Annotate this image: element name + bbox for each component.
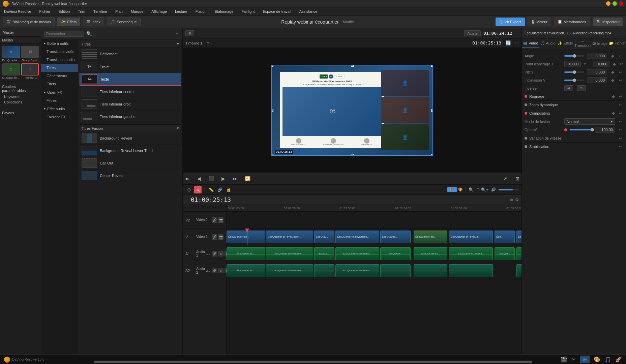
v1-clip-4[interactable]: ÉcoQuartier et l'évaluatio...	[335, 231, 379, 243]
rognage-keyframe-btn[interactable]: ◆	[610, 94, 616, 99]
menu-fairlight[interactable]: Fairlight	[240, 9, 256, 14]
mixer-button[interactable]: 🎛 Mixeur	[528, 18, 551, 26]
blade-tool-button[interactable]: 🔪	[194, 186, 202, 193]
opacity-undo-btn[interactable]: ↩	[618, 127, 623, 132]
effect-center-reveal[interactable]: Center Reveal	[80, 170, 181, 182]
a1-clip-9[interactable]: ÉcoQuar...	[516, 247, 521, 260]
blend-undo-btn[interactable]: ↩	[618, 119, 623, 124]
ws-color-btn[interactable]: 🎨	[594, 356, 600, 363]
zoom-in-button[interactable]: 🔍+	[481, 187, 488, 192]
sonoteque-button[interactable]: 🎵 Sonothèque	[107, 18, 140, 26]
menu-trim[interactable]: Trim	[77, 9, 87, 14]
titres-section-header[interactable]: Titres ▾	[80, 40, 181, 48]
inspector-tab-effects[interactable]: ✨ Effets	[557, 39, 574, 48]
sidebar-item-transitions-audio[interactable]: Transitions audio	[41, 56, 78, 64]
effect-bg-reveal[interactable]: Background Reveal	[80, 132, 181, 145]
more-options-icon[interactable]: ⋯	[515, 31, 519, 35]
timeline-zoom-button[interactable]: ⊕	[510, 198, 513, 202]
v1-clip-9[interactable]: ÉcoQuar...	[516, 231, 521, 243]
inspector-tab-transition[interactable]: ↔ Transition	[574, 37, 592, 50]
v1-clip-1[interactable]: ÉcoQuartier et l...	[227, 231, 265, 243]
minimize-button[interactable]	[606, 1, 610, 6]
maximize-button[interactable]	[613, 1, 617, 6]
sync-icon[interactable]: 🔄	[505, 40, 511, 46]
inclination-undo-btn[interactable]: ↩	[618, 78, 623, 83]
menu-assistance[interactable]: Assistance	[298, 9, 319, 14]
fullscreen-button[interactable]: ⤢	[501, 175, 509, 183]
track-a1-link-btn[interactable]: 🔗	[212, 251, 217, 256]
menu-fichier[interactable]: Fichier	[38, 9, 52, 14]
effect-tiers-centre[interactable]: Tiers inférieur centre	[80, 86, 181, 98]
menu-affichage[interactable]: Affichage	[150, 9, 168, 14]
angle-reset-btn[interactable]: ◆	[610, 53, 615, 59]
track-a2-s-btn[interactable]: S	[218, 268, 223, 273]
a2-clip-2[interactable]: ÉcoQuartier et l'évaluation ...	[266, 264, 313, 277]
sidebar-item-titres[interactable]: Titres	[41, 64, 78, 72]
compositing-keyframe-btn[interactable]: ◆	[610, 111, 616, 116]
a1-clip-4[interactable]: ÉcoQuartier et l'évaluatio...	[335, 247, 379, 260]
v1-clip-7[interactable]: ÉcoQuartier et l'évalua...	[449, 231, 493, 243]
inspector-button[interactable]: 🔍 Inspecteur	[593, 18, 623, 26]
stop-button[interactable]: ⬛	[207, 175, 215, 183]
track-v2-cam-btn[interactable]: 📷	[218, 217, 223, 223]
quick-export-button[interactable]: Quick Export	[496, 18, 525, 26]
track-v2-link-btn[interactable]: 🔗	[212, 217, 217, 223]
effect-tiers-droit[interactable]: Tiers inférieur droit	[80, 98, 181, 111]
sidebar-item-effet-audio[interactable]: ▾ Effet audio	[41, 104, 78, 113]
a1-clip-1[interactable]: ÉcoQuartier et l...	[227, 247, 265, 260]
a1-clip-7[interactable]: ÉcoQuartier et l'évalua...	[449, 247, 493, 260]
sidebar-item-transitions-video[interactable]: Transitions vidéo	[41, 48, 78, 56]
ws-fairlight-btn[interactable]: 🎵	[604, 356, 611, 363]
inspector-tab-audio[interactable]: 🎵 Audio	[539, 39, 557, 48]
go-to-end-button[interactable]: ⏭	[231, 175, 239, 183]
snap-button[interactable]: 📏	[207, 186, 215, 193]
effect-tiers-gauche[interactable]: Tiers inférieur gauche	[80, 111, 181, 123]
a2-clip-5[interactable]	[380, 264, 411, 277]
close-button[interactable]	[619, 1, 623, 6]
v1-clip-8[interactable]: Éco...	[495, 231, 515, 243]
a2-clip-8[interactable]	[516, 264, 521, 277]
ws-edit-btn[interactable]: ✂	[571, 356, 576, 363]
play-button[interactable]: ▶	[219, 175, 227, 183]
chutiers-keywords[interactable]: Keywords	[2, 94, 39, 99]
master-item-music[interactable]: 🎵 Musique lib...	[2, 63, 20, 80]
menu-davinci[interactable]: DaVinci Resolve	[3, 9, 33, 14]
a2-clip-3[interactable]	[314, 264, 334, 277]
sidebar-item-openfx[interactable]: ▸ Open FX	[41, 88, 78, 96]
sidebar-item-generateurs[interactable]: Générateurs	[41, 72, 78, 80]
menu-edition[interactable]: Edition	[57, 9, 71, 14]
pitch-undo-btn[interactable]: ↩	[618, 69, 623, 75]
sidebar-item-filtres[interactable]: Filtres	[41, 96, 78, 104]
timeline-more-icon[interactable]: ⋯	[515, 41, 519, 45]
a2-clip-1[interactable]: ÉcoQuartier et l...	[227, 264, 265, 277]
inverser-v-btn[interactable]: ⇅	[577, 85, 586, 91]
volume-label[interactable]: 🔊	[490, 187, 497, 192]
a1-clip-3[interactable]: ÉcoQua...	[314, 247, 334, 260]
inspector-tab-image[interactable]: 🖼 Image	[591, 39, 609, 48]
flag-button[interactable]: 🚩	[447, 187, 457, 192]
effects-button[interactable]: ✨ Effets	[57, 18, 80, 26]
menu-marque[interactable]: Marque	[129, 9, 145, 14]
menu-etalonnage[interactable]: Etalonnage	[213, 9, 235, 14]
color-picker[interactable]: 🎨	[458, 187, 463, 192]
a2-clip-4[interactable]: ÉcoQuartier et l'évaluatio...	[335, 264, 379, 277]
v1-clip-5[interactable]: ÉcoQuartie...	[380, 231, 411, 243]
angle-slider[interactable]	[564, 55, 584, 57]
fit-mode-button[interactable]: ⊞	[185, 30, 194, 36]
a1-clip-8[interactable]: ÉcoQua...	[495, 247, 515, 260]
a1-clip-5[interactable]: ÉcoQuartie...	[380, 247, 411, 260]
menu-espace[interactable]: Espace de travail	[261, 9, 292, 14]
opacity-slider[interactable]	[570, 129, 592, 130]
master-item-timeline[interactable]: ⏱ Timeline 1	[21, 63, 39, 80]
anchor-undo-btn[interactable]: ↩	[619, 61, 623, 67]
select-tool-button[interactable]: ⊕	[185, 186, 193, 193]
step-back-button[interactable]: ◀	[195, 175, 203, 183]
menu-fusion[interactable]: Fusion	[194, 9, 208, 14]
track-v1-link-btn[interactable]: 🔗	[212, 234, 217, 240]
compositing-undo-btn[interactable]: ↩	[618, 111, 623, 116]
sidebar-item-boite[interactable]: ▸ Boîte à outils	[41, 39, 78, 48]
track-a1-s-btn[interactable]: S	[218, 251, 223, 256]
chutiers-collections[interactable]: Collections	[2, 99, 39, 105]
sidebar-item-effets[interactable]: Effets	[41, 80, 78, 88]
inverser-h-btn[interactable]: ⇄	[564, 85, 573, 91]
